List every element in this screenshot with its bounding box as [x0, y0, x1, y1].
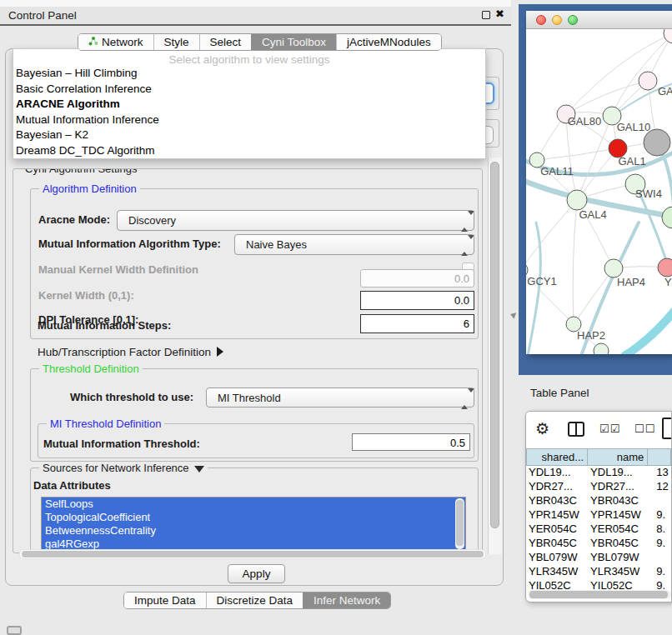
data-attributes-list[interactable]: SelfLoopsTopologicalCoefficientBetweenne… — [41, 497, 466, 551]
control-panel-tabs: NetworkStyleSelectCyni ToolboxjActiveMNo… — [78, 33, 442, 51]
apply-button[interactable]: Apply — [228, 564, 285, 583]
table-cell: YLR345W — [526, 565, 588, 579]
gear-icon[interactable]: ⚙ — [535, 419, 549, 438]
control-panel-title: Control Panel — [8, 9, 77, 22]
tab-label: Impute Data — [134, 594, 196, 607]
cyni-mode-tabs: Impute DataDiscretize DataInfer Network — [123, 592, 391, 609]
table-row[interactable]: YLR345WYLR345W9. — [526, 565, 671, 579]
table-cell: YBR043C — [588, 494, 648, 508]
table-row[interactable]: YDL19...YDL19...13 — [526, 466, 671, 480]
columns-icon[interactable] — [568, 422, 584, 437]
mi-algorithm-type-combo[interactable]: Naive Bayes — [234, 234, 474, 255]
settings-vertical-scrollbar[interactable] — [488, 158, 502, 554]
attribute-item[interactable]: BetweennessCentrality — [42, 524, 465, 538]
table-cell — [648, 494, 671, 508]
tab-discretize-data[interactable]: Discretize Data — [206, 592, 303, 608]
tab-infer-network[interactable]: Infer Network — [303, 592, 390, 608]
close-window-icon[interactable] — [536, 15, 546, 25]
top-strip — [0, 0, 511, 7]
algorithm-option[interactable]: Dream8 DC_TDC Algorithm — [13, 143, 485, 159]
attribute-item[interactable]: TopologicalCoefficient — [42, 511, 465, 524]
table-cell: YBL079W — [526, 551, 588, 565]
screen: Control Panel ✖ NetworkStyleSelectCyni T… — [0, 0, 672, 635]
attribute-item[interactable]: SelfLoops — [42, 498, 465, 511]
network-node-hap4[interactable] — [604, 259, 623, 278]
mi-threshold-group: MI Threshold Definition Mutual Informati… — [38, 423, 474, 458]
table-cell: YBR045C — [588, 537, 648, 551]
which-threshold-combo[interactable]: MI Threshold — [206, 388, 474, 408]
table-row[interactable]: YBR043CYBR043C — [526, 494, 671, 508]
tab-impute-data[interactable]: Impute Data — [124, 592, 206, 608]
network-node-gal[interactable] — [639, 72, 657, 90]
close-panel-icon[interactable]: ✖ — [495, 8, 504, 20]
algorithm-dropdown-placeholder: Select algorithm to view settings — [13, 49, 485, 66]
node-label: SWI4 — [635, 188, 662, 200]
node-label: GCY1 — [527, 275, 556, 288]
algorithm-option[interactable]: Mutual Information Inference — [13, 112, 485, 128]
table-row[interactable]: YBR045CYBR045C9. — [526, 537, 671, 551]
hub-definition-toggle[interactable]: Hub/Transcription Factor Definition — [38, 346, 223, 358]
panel-divider-arrow[interactable] — [509, 311, 516, 319]
network-view-window: GALGAL80GAL10GAL1GAL11SWI4GAL4GCY1HAP4YH… — [519, 4, 672, 375]
dpi-tolerance-field[interactable]: 0.0 — [360, 291, 474, 310]
table-row[interactable]: YBL079WYBL079W — [526, 551, 671, 565]
network-node[interactable] — [644, 129, 670, 156]
algorithm-option[interactable]: ARACNE Algorithm — [13, 97, 485, 112]
network-icon — [88, 36, 98, 48]
network-node[interactable] — [662, 207, 672, 228]
algorithm-option[interactable]: Bayesian – Hill Climbing — [13, 66, 485, 82]
attributes-scrollbar[interactable] — [455, 498, 464, 549]
tab-style[interactable]: Style — [153, 34, 199, 50]
threshold-definition-group: Threshold Definition Which threshold to … — [30, 368, 479, 462]
table-row[interactable]: YPR145WYPR145W9. — [526, 508, 671, 522]
tab-label: Cyni Toolbox — [262, 36, 326, 48]
table-row[interactable]: YER054CYER054C8. — [526, 522, 671, 537]
mi-threshold-label: Mutual Information Threshold: — [43, 438, 200, 450]
deselect-all-checkboxes-icon[interactable]: ☐☐ — [634, 422, 655, 435]
table-cell: YLR345W — [588, 565, 648, 579]
network-node[interactable] — [664, 29, 672, 43]
cyni-algorithm-settings-group: Cyni Algorithm Settings Algorithm Defini… — [13, 168, 483, 553]
settings-horizontal-scrollbar[interactable] — [19, 549, 486, 559]
stepper-icon — [461, 392, 468, 405]
network-node-gal4[interactable] — [567, 190, 587, 210]
aracne-mode-combo[interactable]: Discovery — [117, 210, 474, 231]
export-table-icon[interactable] — [662, 418, 672, 439]
stepper-icon — [461, 239, 468, 252]
table-cell: YER054C — [526, 522, 588, 537]
tab-label: Discretize Data — [217, 594, 293, 607]
column-header[interactable] — [648, 448, 671, 466]
float-panel-icon[interactable] — [482, 11, 490, 19]
node-label: HAP2 — [577, 329, 605, 342]
column-header[interactable]: shared... — [526, 448, 588, 466]
kernel-width-label: Kernel Width (0,1): — [38, 289, 134, 302]
minimize-window-icon[interactable] — [552, 15, 562, 25]
algorithm-dropdown-list: Select algorithm to view settings Bayesi… — [13, 48, 486, 159]
tab-cyni-toolbox[interactable]: Cyni Toolbox — [251, 34, 336, 50]
data-attributes-label: Data Attributes — [33, 479, 111, 492]
network-canvas[interactable]: GALGAL80GAL10GAL1GAL11SWI4GAL4GCY1HAP4YH… — [526, 29, 672, 354]
table-cell: YDL19... — [526, 466, 588, 480]
mi-steps-field[interactable]: 6 — [360, 314, 474, 333]
mi-threshold-field[interactable]: 0.5 — [352, 433, 470, 451]
network-node-y[interactable] — [658, 258, 672, 277]
algorithm-option[interactable]: Bayesian – K2 — [13, 128, 485, 143]
algorithm-option[interactable]: Basic Correlation Inference — [13, 82, 485, 98]
table-cell: YER054C — [588, 522, 648, 537]
tab-network[interactable]: Network — [78, 34, 153, 50]
network-window-titlebar[interactable] — [526, 11, 672, 29]
zoom-window-icon[interactable] — [568, 15, 578, 25]
table-row[interactable]: YDR27...YDR27...12 — [526, 480, 671, 494]
tab-select[interactable]: Select — [199, 34, 252, 50]
node-label: Y — [664, 276, 672, 288]
table-cell: 13 — [648, 466, 671, 480]
tab-label: jActiveMNodules — [347, 36, 431, 48]
network-node[interactable] — [594, 343, 609, 354]
table-cell: 12 — [648, 480, 671, 494]
tab-jactivemnodules[interactable]: jActiveMNodules — [336, 34, 441, 50]
select-all-checkboxes-icon[interactable]: ☑☑ — [599, 422, 620, 435]
kernel-width-field[interactable]: 0.0 — [360, 269, 474, 288]
column-header[interactable]: name — [588, 448, 648, 466]
table-horizontal-scrollbar[interactable] — [528, 590, 671, 599]
tab-label: Style — [164, 36, 189, 48]
